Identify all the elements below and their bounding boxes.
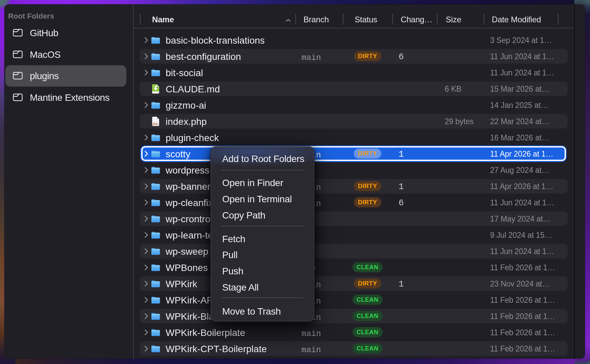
svg-text:php: php bbox=[153, 122, 159, 125]
